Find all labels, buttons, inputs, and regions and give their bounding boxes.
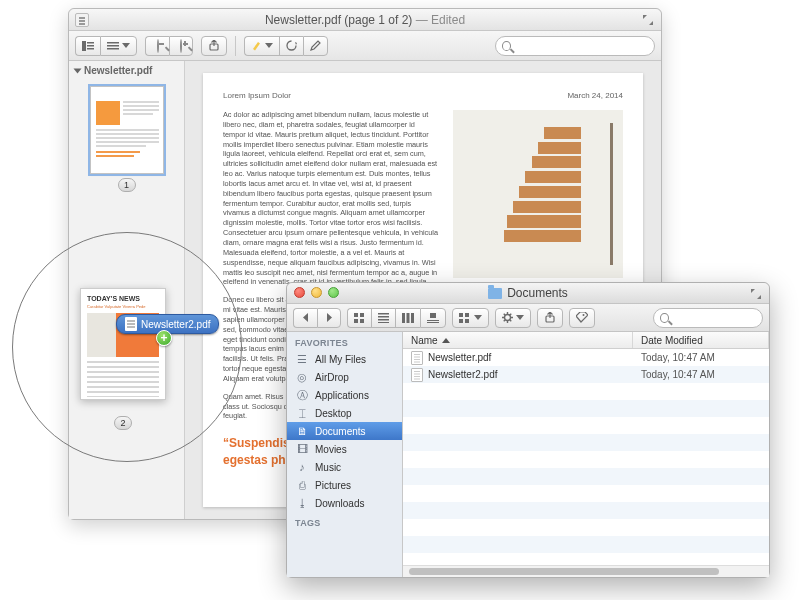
coverflow-view-button[interactable] xyxy=(420,308,446,328)
svg-rect-23 xyxy=(465,313,469,317)
file-rows[interactable]: Newsletter.pdf Today, 10:47 AM Newslette… xyxy=(403,349,769,565)
zoom-out-button[interactable] xyxy=(145,36,169,56)
svg-rect-1 xyxy=(87,42,94,44)
highlight-button[interactable] xyxy=(244,36,279,56)
action-button[interactable] xyxy=(495,308,531,328)
svg-rect-24 xyxy=(459,319,463,323)
preview-titlebar[interactable]: Newsletter.pdf (page 1 of 2) — Edited xyxy=(69,9,661,31)
file-icon xyxy=(411,351,423,365)
svg-rect-5 xyxy=(107,45,119,47)
zoom-button[interactable] xyxy=(328,287,339,298)
finder-share-button[interactable] xyxy=(537,308,563,328)
edit-button[interactable] xyxy=(303,36,328,56)
sidebar-item-movies[interactable]: 🎞Movies xyxy=(287,440,402,458)
fullscreen-icon[interactable] xyxy=(749,287,763,301)
list-view-button[interactable] xyxy=(371,308,395,328)
svg-rect-10 xyxy=(354,319,358,323)
svg-point-28 xyxy=(583,314,585,316)
preview-search-input[interactable] xyxy=(515,39,648,53)
close-button[interactable] xyxy=(294,287,305,298)
minimize-button[interactable] xyxy=(311,287,322,298)
sidebar-item-documents[interactable]: 🗎Documents xyxy=(287,422,402,440)
zoom-segment xyxy=(145,36,193,56)
dropdown-icon xyxy=(265,43,273,48)
title-main: Newsletter.pdf (page 1 of 2) xyxy=(265,13,412,27)
applications-icon: Ⓐ xyxy=(295,389,309,401)
pdf-file-icon xyxy=(125,317,137,331)
finder-toolbar xyxy=(287,304,769,332)
add-badge-icon: + xyxy=(156,330,172,346)
sidebar-item-desktop[interactable]: ⌶Desktop xyxy=(287,404,402,422)
file-row[interactable]: Newsletter2.pdf Today, 10:47 AM xyxy=(403,366,769,383)
window-title: Newsletter.pdf (page 1 of 2) — Edited xyxy=(265,13,465,27)
sidebar-item-downloads[interactable]: ⭳Downloads xyxy=(287,494,402,512)
page-thumbnail-1[interactable] xyxy=(90,86,164,174)
desktop-icon: ⌶ xyxy=(295,407,309,419)
svg-rect-0 xyxy=(82,41,86,51)
sidebar-file-name: Newsletter.pdf xyxy=(84,65,152,76)
column-view-button[interactable] xyxy=(395,308,420,328)
page-header: Lorem Ipsum Dolor March 24, 2014 xyxy=(223,91,623,100)
finder-title: Documents xyxy=(488,286,568,300)
file-date: Today, 10:47 AM xyxy=(633,352,769,363)
file-icon xyxy=(411,368,423,382)
finder-titlebar[interactable]: Documents xyxy=(287,283,769,304)
sidebar-file-header[interactable]: Newsletter.pdf xyxy=(69,61,184,80)
file-name: Newsletter.pdf xyxy=(428,352,491,363)
svg-rect-4 xyxy=(107,42,119,44)
downloads-icon: ⭳ xyxy=(295,497,309,509)
svg-rect-11 xyxy=(360,319,364,323)
page-header-left: Lorem Ipsum Dolor xyxy=(223,91,291,100)
page-number-badge-2: 2 xyxy=(114,416,132,430)
zoom-in-icon xyxy=(180,39,182,53)
drag-file-name: Newsletter2.pdf xyxy=(141,319,210,330)
svg-rect-3 xyxy=(87,48,94,50)
zoom-out-icon xyxy=(157,39,159,53)
svg-rect-2 xyxy=(87,45,94,47)
finder-search-field[interactable] xyxy=(653,308,763,328)
view-mode-segment xyxy=(75,36,137,56)
column-header-name[interactable]: Name xyxy=(403,332,633,348)
column-header-date[interactable]: Date Modified xyxy=(633,332,769,348)
all-my-files-icon: ☰ xyxy=(295,353,309,365)
icon-view-button[interactable] xyxy=(347,308,371,328)
svg-point-26 xyxy=(505,315,511,321)
finder-search-input[interactable] xyxy=(673,311,756,325)
rotate-button[interactable] xyxy=(279,36,303,56)
documents-icon: 🗎 xyxy=(295,425,309,437)
file-date: Today, 10:47 AM xyxy=(633,369,769,380)
share-button[interactable] xyxy=(201,36,227,56)
finder-window: Documents FAVORITES ☰All My Files xyxy=(286,282,770,578)
disclosure-triangle-icon[interactable] xyxy=(74,68,82,73)
view-content-button[interactable] xyxy=(100,36,137,56)
forward-button[interactable] xyxy=(317,308,341,328)
horizontal-scrollbar[interactable] xyxy=(403,565,769,577)
proxy-icon[interactable] xyxy=(75,13,89,27)
back-button[interactable] xyxy=(293,308,317,328)
svg-rect-9 xyxy=(360,313,364,317)
zoom-in-button[interactable] xyxy=(169,36,193,56)
fullscreen-icon[interactable] xyxy=(641,13,655,27)
svg-rect-6 xyxy=(107,48,119,50)
sort-ascending-icon xyxy=(442,338,450,343)
page-paragraph-1: Ac dolor ac adipiscing amet bibendum nul… xyxy=(223,110,439,287)
preview-search-field[interactable] xyxy=(495,36,655,56)
sidebar-item-music[interactable]: ♪Music xyxy=(287,458,402,476)
tags-button[interactable] xyxy=(569,308,595,328)
page-thumbnail-2[interactable]: TODAY'S NEWS Curabitur Vulputate Viverra… xyxy=(80,288,166,400)
finder-body: FAVORITES ☰All My Files ◎AirDrop ⒶApplic… xyxy=(287,332,769,577)
file-row[interactable]: Newsletter.pdf Today, 10:47 AM xyxy=(403,349,769,366)
svg-rect-22 xyxy=(459,313,463,317)
sidebar-item-pictures[interactable]: ⎙Pictures xyxy=(287,476,402,494)
title-suffix: — Edited xyxy=(412,13,465,27)
finder-sidebar[interactable]: FAVORITES ☰All My Files ◎AirDrop ⒶApplic… xyxy=(287,332,403,577)
traffic-lights xyxy=(294,287,339,298)
nav-segment xyxy=(293,308,341,328)
scrollbar-thumb[interactable] xyxy=(409,568,719,575)
sidebar-item-applications[interactable]: ⒶApplications xyxy=(287,386,402,404)
view-thumbnails-button[interactable] xyxy=(75,36,100,56)
sidebar-item-airdrop[interactable]: ◎AirDrop xyxy=(287,368,402,386)
file-name: Newsletter2.pdf xyxy=(428,369,497,380)
arrange-button[interactable] xyxy=(452,308,489,328)
sidebar-item-all-my-files[interactable]: ☰All My Files xyxy=(287,350,402,368)
